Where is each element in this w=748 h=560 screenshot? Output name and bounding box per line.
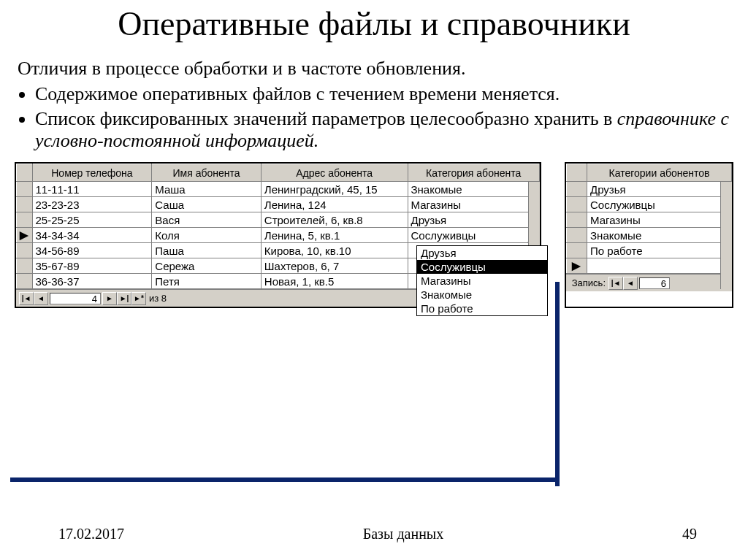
cell[interactable]: Друзья: [408, 212, 539, 228]
nav-first-button-r[interactable]: |◄: [608, 277, 623, 290]
nav-prev-button[interactable]: ◄: [34, 292, 48, 305]
row-selector-cell[interactable]: [17, 197, 33, 212]
categories-grid[interactable]: Категории абонентов ДрузьяСослуживцыМага…: [565, 162, 733, 308]
cell[interactable]: Маша: [152, 182, 261, 197]
nav-total-label: из 8: [149, 293, 167, 304]
row-selector-cell[interactable]: ▶: [17, 228, 33, 243]
cell[interactable]: Ленина, 124: [261, 197, 408, 212]
cell[interactable]: 34-34-34: [32, 228, 152, 243]
cell[interactable]: Коля: [152, 228, 261, 243]
cell[interactable]: Вася: [152, 212, 261, 228]
cell[interactable]: 34-56-89: [32, 243, 152, 258]
col-phone-header[interactable]: Номер телефона: [32, 164, 152, 182]
nav-prev-button-r[interactable]: ◄: [623, 277, 638, 290]
table-row[interactable]: Магазины: [566, 212, 731, 228]
cell[interactable]: Саша: [152, 197, 261, 212]
row-selector-cell[interactable]: [17, 274, 33, 289]
table-row[interactable]: Друзья: [566, 182, 731, 197]
lead-text: Отличия в процессе обработки и в частоте…: [18, 58, 733, 80]
dropdown-option[interactable]: Знакомые: [417, 288, 547, 302]
nav-current-record-r[interactable]: 6: [639, 277, 670, 289]
dropdown-option[interactable]: Друзья: [417, 246, 547, 260]
row-selector-cell[interactable]: [566, 212, 587, 228]
row-selector-cell[interactable]: [566, 243, 587, 258]
nav-first-button[interactable]: |◄: [19, 292, 34, 305]
cell[interactable]: Магазины: [408, 197, 539, 212]
col-category-header[interactable]: Категория абонента: [408, 164, 539, 182]
cell[interactable]: Сослуживцы: [587, 197, 732, 212]
bullet-list: Содержимое оперативных файлов с течением…: [35, 83, 733, 152]
row-selector-cell[interactable]: [17, 243, 33, 258]
divider-bar-bottom: [10, 477, 560, 482]
cell[interactable]: Строителей, 6, кв.8: [261, 212, 408, 228]
footer-page: 49: [682, 526, 697, 542]
col-name-header[interactable]: Имя абонента: [152, 164, 261, 182]
slide-title: Оперативные файлы и справочники: [15, 6, 733, 43]
table-row[interactable]: Сослуживцы: [566, 197, 731, 212]
row-selector-cell[interactable]: [17, 258, 33, 274]
table-row[interactable]: Знакомые: [566, 228, 731, 243]
table-row[interactable]: ▶34-34-34КоляЛенина, 5, кв.1Сослуживцы: [17, 228, 540, 243]
rowselect-header-r: [566, 164, 587, 182]
dropdown-option[interactable]: Магазины: [417, 274, 547, 288]
row-selector-cell[interactable]: [566, 182, 587, 197]
cell[interactable]: Магазины: [587, 212, 732, 228]
cell[interactable]: Шахтеров, 6, 7: [261, 258, 408, 274]
category-dropdown-list[interactable]: ДрузьяСослуживцыМагазиныЗнакомыеПо работ…: [416, 245, 548, 316]
cell[interactable]: Петя: [152, 274, 261, 289]
row-selector-cell[interactable]: [566, 197, 587, 212]
cell[interactable]: 11-11-11: [32, 182, 152, 197]
cell[interactable]: Знакомые: [408, 182, 539, 197]
record-navigator-right: Запись: |◄ ◄ 6: [566, 274, 732, 291]
col-categories-header[interactable]: Категории абонентов: [587, 164, 732, 182]
nav-last-button[interactable]: ►|: [117, 292, 131, 305]
nav-record-label: Запись:: [572, 277, 606, 288]
divider-bar: [555, 282, 560, 486]
cell[interactable]: Новая, 1, кв.5: [261, 274, 408, 289]
nav-new-button[interactable]: ►*: [131, 292, 146, 305]
cell[interactable]: Друзья: [587, 182, 732, 197]
row-selector-cell[interactable]: [17, 182, 33, 197]
footer-center: Базы данных: [363, 526, 444, 542]
cell[interactable]: 36-36-37: [32, 274, 152, 289]
dropdown-option[interactable]: По работе: [417, 302, 547, 315]
cell[interactable]: 23-23-23: [32, 197, 152, 212]
nav-next-button[interactable]: ►: [102, 292, 117, 305]
nav-current-record[interactable]: 4: [50, 293, 101, 304]
dropdown-option[interactable]: Сослуживцы: [417, 260, 547, 274]
vscrollbar-right[interactable]: [720, 182, 732, 289]
table-row[interactable]: 25-25-25ВасяСтроителей, 6, кв.8Друзья: [17, 212, 540, 228]
cell[interactable]: Паша: [152, 243, 261, 258]
footer-date: 17.02.2017: [58, 526, 124, 542]
col-address-header[interactable]: Адрес абонента: [261, 164, 408, 182]
cell[interactable]: [587, 258, 732, 274]
cell[interactable]: Ленинградский, 45, 15: [261, 182, 408, 197]
row-selector-cell[interactable]: ▶: [566, 258, 587, 274]
table-row[interactable]: 23-23-23СашаЛенина, 124Магазины: [17, 197, 540, 212]
row-selector-cell[interactable]: [566, 228, 587, 243]
bullet-2: Список фиксированных значений параметров…: [35, 108, 733, 152]
rowselect-header: [17, 164, 33, 182]
cell[interactable]: Ленина, 5, кв.1: [261, 228, 408, 243]
row-selector-cell[interactable]: [17, 212, 33, 228]
cell[interactable]: Кирова, 10, кв.10: [261, 243, 408, 258]
table-row[interactable]: 11-11-11МашаЛенинградский, 45, 15Знакомы…: [17, 182, 540, 197]
cell[interactable]: Знакомые: [587, 228, 732, 243]
cell[interactable]: 25-25-25: [32, 212, 152, 228]
cell[interactable]: Сережа: [152, 258, 261, 274]
subscribers-grid[interactable]: Номер телефона Имя абонента Адрес абонен…: [15, 162, 541, 308]
table-row[interactable]: По работе: [566, 243, 731, 258]
cell[interactable]: Сослуживцы: [408, 228, 539, 243]
bullet-1: Содержимое оперативных файлов с течением…: [35, 83, 733, 105]
cell[interactable]: По работе: [587, 243, 732, 258]
cell[interactable]: 35-67-89: [32, 258, 152, 274]
table-row[interactable]: ▶: [566, 258, 731, 274]
